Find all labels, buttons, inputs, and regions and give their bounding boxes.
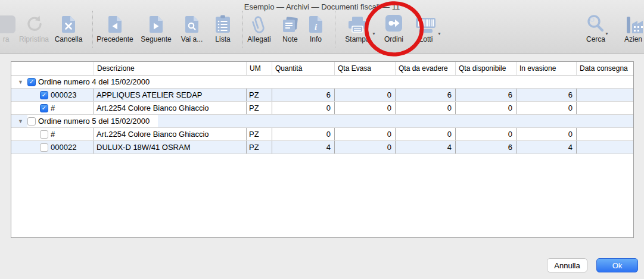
toolbar-button-lotti[interactable]: Lotti	[408, 12, 444, 43]
column-header-quantita[interactable]: Quantità	[272, 62, 335, 75]
column-header-qta-evasa[interactable]: Qta Evasa	[335, 62, 396, 75]
cell-um: PZ	[247, 89, 272, 101]
order-group-row[interactable]: ▼Ordine numero 5 del 15/02/2000	[11, 115, 633, 128]
column-header-descrizione[interactable]: Descrizione	[94, 62, 247, 75]
cell-in-evasione: 0	[517, 102, 577, 114]
barcode-icon	[415, 12, 437, 33]
toolbar-button-ripristina: Ripristina	[16, 12, 52, 43]
cell-qta-evasa: 0	[335, 141, 396, 153]
column-header-qta-da-evadere[interactable]: Qta da evadere	[396, 62, 456, 75]
document-x-icon	[61, 12, 76, 33]
row-checkbox[interactable]: ✓	[40, 104, 48, 112]
toolbar-button-ordini[interactable]: Ordini	[376, 12, 412, 43]
printer-icon	[347, 12, 368, 33]
cell-data-consegna	[577, 141, 633, 153]
cell-quantita: 0	[272, 128, 335, 140]
document-info-icon: i	[308, 12, 323, 33]
toolbar-button-cerca[interactable]: Cerca	[578, 12, 614, 43]
toolbar-button-allegati[interactable]: Allegati	[241, 12, 277, 43]
article-row[interactable]: ✓#Art.2254 Colore Bianco GhiaccioPZ00000	[11, 102, 633, 115]
article-row[interactable]: 000022DULUX-D 18W/41 OSRAMPZ40464	[11, 141, 633, 154]
annulla-button[interactable]: Annulla	[547, 258, 587, 272]
cell-code: 000022	[11, 141, 94, 153]
cell-qta-disponibile: 0	[456, 102, 517, 114]
document-search-icon	[184, 12, 200, 33]
cell-qta-da-evadere: 6	[396, 89, 456, 101]
column-header-qta-disponibile[interactable]: Qta disponibile	[456, 62, 517, 75]
toolbar: Esempio — Archivi — Documenti fiscali — …	[0, 0, 644, 54]
group-checkbox[interactable]: ✓	[27, 78, 36, 86]
cell-qta-disponibile: 6	[456, 89, 517, 101]
window-title: Esempio — Archivi — Documenti fiscali — …	[0, 2, 644, 11]
cell-data-consegna	[577, 89, 633, 101]
column-header-data-consegna[interactable]: Data consegna	[577, 62, 633, 75]
ok-button[interactable]: Ok	[596, 258, 638, 272]
paperclip-icon	[250, 12, 269, 33]
stampa-dropdown-arrow-icon[interactable]: ▼	[372, 32, 376, 36]
cell-descrizione: Art.2254 Colore Bianco Ghiaccio	[94, 128, 247, 140]
cell-in-evasione: 4	[517, 141, 577, 153]
toolbar-separator	[335, 11, 335, 48]
article-code: #	[51, 104, 55, 112]
cerca-dropdown-arrow-icon[interactable]: ▼	[605, 32, 609, 36]
export-arrow-icon	[384, 12, 404, 33]
cell-descrizione: DULUX-D 18W/41 OSRAM	[94, 141, 247, 153]
table-header-row: Descrizione UM Quantità Qta Evasa Qta da…	[11, 62, 633, 76]
order-group-row[interactable]: ▼✓Ordine numero 4 del 15/02/2000	[11, 76, 633, 89]
toolbar-button-stampa[interactable]: Stampa	[340, 12, 375, 43]
cell-in-evasione: 0	[517, 128, 577, 140]
cell-code: ✓#	[11, 102, 94, 114]
document-partial-icon	[0, 12, 15, 33]
column-header-in-evasione[interactable]: In evasione	[517, 62, 577, 75]
cell-code: ✓000023	[11, 89, 94, 101]
group-label: Ordine numero 5 del 15/02/2000	[38, 117, 150, 126]
column-header-empty	[11, 62, 94, 75]
disclosure-triangle-icon[interactable]: ▼	[14, 118, 27, 124]
article-row[interactable]: ✓000023APPLIQUES ATELIER SEDAPPZ60666	[11, 89, 633, 102]
cell-qta-da-evadere: 0	[396, 102, 456, 114]
row-checkbox[interactable]	[40, 130, 48, 139]
lotti-dropdown-arrow-icon[interactable]: ▼	[437, 32, 441, 36]
row-checkbox[interactable]	[40, 143, 48, 152]
document-previous-icon	[107, 12, 123, 33]
toolbar-button-vai-a[interactable]: Vai a...	[174, 12, 210, 43]
search-icon	[586, 12, 605, 33]
cell-qta-disponibile: 0	[456, 128, 517, 140]
disclosure-triangle-icon[interactable]: ▼	[14, 79, 27, 85]
company-building-icon	[618, 12, 644, 33]
group-checkbox[interactable]	[27, 117, 36, 126]
notes-icon	[281, 12, 299, 33]
group-label: Ordine numero 4 del 15/02/2000	[38, 77, 150, 86]
column-header-um[interactable]: UM	[247, 62, 272, 75]
article-code: 000023	[51, 90, 76, 99]
toolbar-button-azienda-partial[interactable]: Azien	[618, 12, 644, 43]
cell-data-consegna	[577, 102, 633, 114]
cell-quantita: 0	[272, 102, 335, 114]
cell-quantita: 4	[272, 141, 335, 153]
article-code: 000022	[51, 143, 76, 152]
cell-in-evasione: 6	[517, 89, 577, 101]
cell-qta-evasa: 0	[335, 102, 396, 114]
cell-qta-da-evadere: 0	[396, 128, 456, 140]
cell-um: PZ	[247, 102, 272, 114]
toolbar-button-precedente[interactable]: Precedente	[97, 12, 133, 43]
toolbar-separator	[92, 11, 93, 48]
cell-quantita: 6	[272, 89, 335, 101]
toolbar-button-lista[interactable]: Lista	[205, 12, 241, 43]
cell-qta-evasa: 0	[335, 128, 396, 140]
cell-code: #	[11, 128, 94, 140]
article-row[interactable]: #Art.2254 Colore Bianco GhiaccioPZ00000	[11, 128, 633, 141]
toolbar-button-seguente[interactable]: Seguente	[138, 12, 174, 43]
cell-descrizione: Art.2254 Colore Bianco Ghiaccio	[94, 102, 247, 114]
row-checkbox[interactable]: ✓	[40, 91, 48, 99]
toolbar-button-info[interactable]: i Info	[298, 12, 334, 43]
undo-arrow-icon	[24, 12, 43, 33]
article-code: #	[51, 130, 55, 139]
cell-um: PZ	[247, 141, 272, 153]
toolbar-button-cancella[interactable]: Cancella	[51, 12, 86, 43]
cell-um: PZ	[247, 128, 272, 140]
clipboard-list-icon	[214, 12, 231, 33]
document-next-icon	[148, 12, 164, 33]
cell-qta-evasa: 0	[335, 89, 396, 101]
cell-qta-disponibile: 6	[456, 141, 517, 153]
